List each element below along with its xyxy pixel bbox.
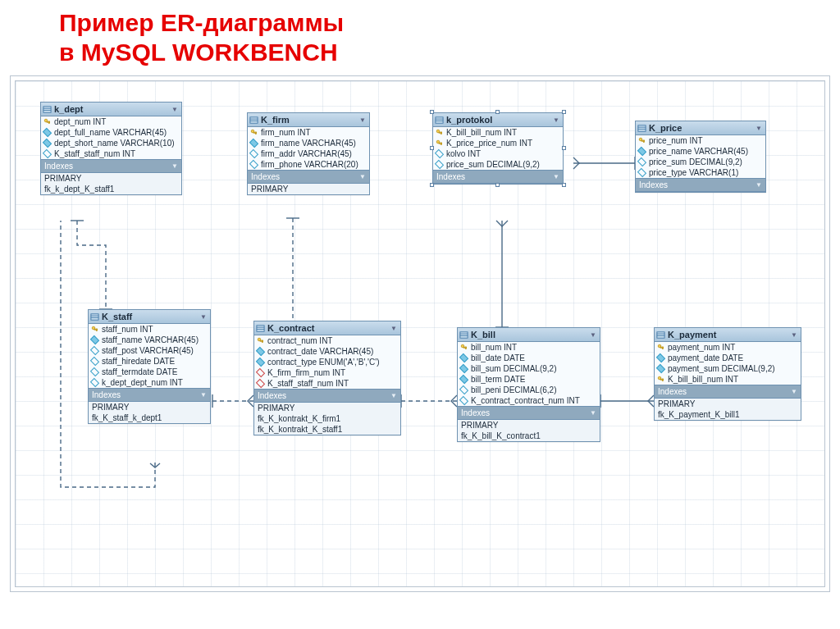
- svg-rect-29: [638, 125, 646, 130]
- table-header[interactable]: k_dept ▼: [41, 103, 181, 116]
- diamond-icon: [459, 385, 468, 394]
- key-icon: [638, 137, 646, 144]
- index-row: fk_k_dept_K_staff1: [41, 184, 181, 194]
- column-row: firm_num INT: [248, 127, 369, 138]
- index-row: fk_K_kontrakt_K_firm1: [254, 413, 400, 424]
- table-header[interactable]: K_bill ▼: [458, 328, 600, 342]
- table-k-contract[interactable]: K_contract ▼ contract_num INT contract_d…: [253, 321, 401, 435]
- chevron-down-icon: ▼: [390, 392, 397, 399]
- diamond-icon: [637, 157, 646, 166]
- column-row: payment_date DATE: [655, 353, 801, 363]
- svg-rect-25: [441, 132, 441, 134]
- chevron-down-icon: ▼: [171, 106, 178, 113]
- index-row: PRIMARY: [248, 184, 369, 194]
- indexes-section[interactable]: Indexes▼: [636, 178, 765, 192]
- svg-rect-52: [465, 347, 466, 349]
- column-row: staff_name VARCHAR(45): [89, 335, 210, 345]
- column-row: dept_full_name VARCHAR(45): [41, 127, 181, 138]
- table-title: K_staff: [102, 312, 132, 321]
- table-k-firm[interactable]: K_firm ▼ firm_num INT firm_name VARCHAR(…: [247, 112, 370, 195]
- diamond-filled-icon: [43, 128, 52, 137]
- diamond-filled-icon: [459, 353, 468, 362]
- indexes-section[interactable]: Indexes▼: [254, 389, 400, 403]
- table-icon: [637, 124, 646, 133]
- table-icon: [90, 312, 99, 321]
- column-row: bill_sum DECIMAL(9,2): [458, 363, 600, 374]
- column-row: contract_date VARCHAR(45): [254, 346, 400, 357]
- chevron-down-icon: ▼: [200, 313, 207, 321]
- svg-rect-41: [257, 325, 264, 330]
- table-header[interactable]: K_contract ▼: [254, 321, 400, 335]
- table-icon: [256, 324, 265, 333]
- key-icon: [43, 118, 51, 125]
- chevron-down-icon: ▼: [756, 125, 762, 132]
- table-header[interactable]: k_protokol ▼: [433, 113, 563, 127]
- svg-rect-13: [48, 121, 49, 123]
- key-icon: [91, 326, 98, 333]
- column-row: K_bill_bill_num INT: [433, 127, 563, 138]
- index-row: PRIMARY: [458, 420, 600, 431]
- index-row: fk_K_staff_k_dept1: [89, 412, 210, 423]
- table-icon: [249, 116, 258, 125]
- indexes-section[interactable]: Indexes▼: [248, 170, 369, 184]
- key-icon: [250, 129, 258, 136]
- diamond-filled-icon: [656, 353, 665, 362]
- column-row: staff_termdate DATE: [89, 367, 210, 377]
- key-icon: [436, 139, 443, 147]
- table-k-dept[interactable]: k_dept ▼ dept_num INT dept_full_name VAR…: [40, 102, 182, 195]
- chevron-down-icon: ▼: [756, 181, 762, 189]
- diagram-canvas[interactable]: k_dept ▼ dept_num INT dept_full_name VAR…: [15, 80, 825, 587]
- indexes-section[interactable]: Indexes▼: [41, 159, 181, 173]
- svg-rect-58: [662, 347, 663, 349]
- diamond-icon: [459, 396, 468, 405]
- table-header[interactable]: K_firm ▼: [248, 113, 369, 127]
- table-k-protokol[interactable]: k_protokol ▼ K_bill_bill_num INT K_price…: [432, 112, 564, 185]
- diamond-icon: [90, 357, 99, 366]
- column-row: K_price_price_num INT: [433, 138, 563, 148]
- diamond-filled-icon: [656, 364, 665, 373]
- diamond-red-icon: [256, 368, 265, 377]
- diamond-icon: [435, 160, 444, 169]
- column-row: bill_num INT: [458, 342, 600, 353]
- index-row: PRIMARY: [254, 403, 400, 413]
- column-row: payment_sum DECIMAL(9,2): [655, 363, 801, 374]
- key-icon: [657, 376, 664, 383]
- page-title: Пример ER-диаграммы в MySQL WORKBENCH: [59, 8, 840, 67]
- table-header[interactable]: K_payment ▼: [655, 328, 801, 342]
- chevron-down-icon: ▼: [553, 116, 559, 124]
- table-title: K_bill: [471, 330, 495, 340]
- column-row: K_staff_staff_num INT: [41, 148, 181, 159]
- diamond-filled-icon: [459, 375, 468, 384]
- column-row: firm_name VARCHAR(45): [248, 138, 369, 148]
- diamond-icon: [435, 149, 444, 158]
- diagram-frame: k_dept ▼ dept_num INT dept_full_name VAR…: [10, 75, 830, 592]
- chevron-down-icon: ▼: [791, 388, 797, 395]
- indexes-section[interactable]: Indexes▼: [655, 385, 801, 399]
- indexes-section[interactable]: Indexes▼: [458, 406, 600, 420]
- svg-rect-8: [43, 106, 51, 112]
- column-row: price_sum DECIMAL(9,2): [636, 157, 765, 167]
- table-k-staff[interactable]: K_staff ▼ staff_num INT staff_name VARCH…: [88, 309, 211, 424]
- table-header[interactable]: K_staff ▼: [89, 310, 210, 324]
- column-row: staff_num INT: [89, 324, 210, 335]
- diamond-filled-icon: [90, 335, 99, 344]
- svg-rect-46: [262, 340, 262, 342]
- table-icon: [459, 330, 468, 340]
- indexes-section[interactable]: Indexes▼: [433, 170, 563, 184]
- key-icon: [257, 337, 264, 344]
- column-row: contract_type ENUM('A','B','C'): [254, 357, 400, 367]
- heading-line-1: Пример ER-диаграммы: [59, 9, 344, 36]
- chevron-down-icon: ▼: [359, 116, 366, 124]
- table-k-price[interactable]: K_price ▼ price_num INT price_name VARCH…: [635, 121, 766, 193]
- svg-rect-34: [643, 140, 644, 142]
- column-row: bill_peni DECIMAL(6,2): [458, 385, 600, 395]
- index-row: PRIMARY: [655, 399, 801, 409]
- column-row: K_bill_bill_num INT: [655, 374, 801, 385]
- diamond-icon: [249, 149, 258, 158]
- chevron-down-icon: ▼: [590, 409, 596, 417]
- table-k-payment[interactable]: K_payment ▼ payment_num INT payment_date…: [654, 327, 801, 421]
- table-header[interactable]: K_price ▼: [636, 121, 765, 135]
- indexes-section[interactable]: Indexes▼: [89, 388, 210, 402]
- chevron-down-icon: ▼: [791, 331, 797, 339]
- table-k-bill[interactable]: K_bill ▼ bill_num INT bill_date DATE bil…: [457, 327, 600, 442]
